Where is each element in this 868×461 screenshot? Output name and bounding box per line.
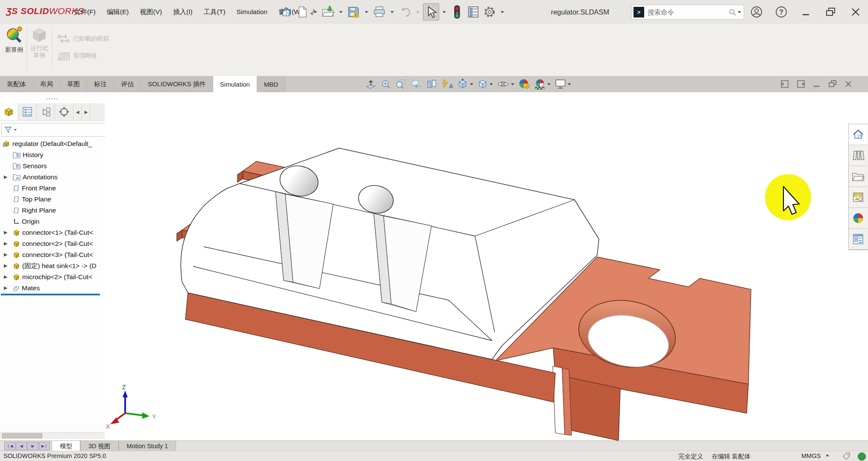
previous-view-icon[interactable] — [410, 79, 422, 90]
zoom-fit-icon[interactable] — [380, 79, 391, 90]
tree-item-origin[interactable]: Origin — [0, 216, 105, 227]
search-magnifier-icon[interactable] — [728, 8, 737, 17]
panel-tab-scroll-left[interactable]: ◀ — [73, 103, 82, 120]
panel-grip[interactable]: ••••• — [0, 92, 105, 104]
search-scope-dropdown[interactable] — [738, 11, 741, 13]
select-tool-button[interactable] — [423, 3, 439, 20]
menu-view[interactable]: 视图(V) — [134, 5, 167, 19]
tree-item-connector2[interactable]: ▶ connector<2> (Tail-Cut< — [0, 238, 105, 249]
hide-show-items-button[interactable] — [497, 79, 514, 90]
help-button[interactable]: ? — [773, 4, 789, 20]
panel-horizontal-scrollbar[interactable] — [0, 432, 105, 439]
print-dropdown[interactable] — [388, 4, 396, 20]
tab-simulation[interactable]: Simulation — [213, 76, 257, 92]
minimize-button[interactable] — [798, 4, 814, 20]
undo-dropdown[interactable] — [413, 4, 422, 20]
nav-last-button[interactable]: ▶❘ — [39, 442, 50, 450]
tree-item-heat-sink[interactable]: ▶ (固定) heat sink<1> -> (D — [0, 260, 105, 271]
menu-edit[interactable]: 编辑(E) — [101, 5, 135, 19]
tab-markup[interactable]: 标注 — [87, 76, 114, 92]
expand-arrow-icon[interactable]: ▶ — [4, 252, 7, 257]
tree-item-history[interactable]: History — [0, 149, 105, 160]
new-document-button[interactable] — [295, 4, 310, 20]
expand-arrow-icon[interactable]: ▶ — [4, 285, 7, 291]
taskpane-design-library-button[interactable] — [849, 145, 868, 166]
section-view-icon[interactable] — [426, 79, 437, 90]
status-indicator-icon[interactable] — [858, 452, 866, 461]
save-dropdown[interactable] — [362, 4, 371, 20]
open-button[interactable] — [320, 4, 336, 20]
taskpane-file-explorer-button[interactable] — [849, 166, 868, 187]
graphics-viewport[interactable]: Z Y X — [105, 92, 868, 441]
units-selector[interactable]: MMGS — [801, 452, 821, 459]
new-study-button[interactable]: 新算例 — [3, 26, 26, 68]
tab-addins[interactable]: SOLIDWORKS 插件 — [141, 76, 213, 92]
new-document-dropdown[interactable] — [311, 4, 320, 20]
view-orientation-dropdown[interactable] — [470, 83, 473, 85]
tab-feature-manager[interactable] — [0, 103, 18, 120]
tree-item-mates[interactable]: ▶ Mates — [0, 283, 105, 294]
select-tool-dropdown[interactable] — [440, 4, 449, 20]
tab-mbd[interactable]: MBD — [257, 76, 285, 92]
tree-item-right-plane[interactable]: Right Plane — [0, 205, 105, 216]
menu-file[interactable]: 文件(F) — [68, 5, 101, 19]
tree-item-top-plane[interactable]: Top Plane — [0, 194, 105, 205]
interference-check-icon[interactable] — [449, 4, 465, 20]
menu-tools[interactable]: 工具(T) — [198, 5, 231, 19]
options-gear-button[interactable] — [482, 4, 497, 20]
expand-arrow-icon[interactable]: ▶ — [4, 230, 7, 235]
restore-button[interactable] — [823, 4, 839, 20]
tab-configuration-manager[interactable] — [37, 103, 55, 120]
zoom-area-icon[interactable] — [395, 79, 406, 90]
panel-tab-scroll-right[interactable]: ▶ — [82, 103, 91, 120]
nav-prev-button[interactable]: ◀ — [16, 442, 27, 450]
doc-close-icon[interactable] — [844, 80, 853, 88]
tree-item-annotations[interactable]: ▶ A Annotations — [0, 172, 105, 183]
taskpane-home-button[interactable] — [849, 124, 868, 145]
tree-item-microchip[interactable]: ▶ microchip<2> (Tail-Cut< — [0, 271, 105, 283]
options-dropdown[interactable] — [498, 4, 507, 20]
save-button[interactable] — [346, 4, 361, 20]
apply-scene-dropdown[interactable] — [547, 83, 551, 85]
account-button[interactable] — [748, 4, 765, 20]
menu-simulation[interactable]: Simulation — [231, 6, 273, 18]
display-style-dropdown[interactable] — [490, 83, 493, 85]
open-dropdown[interactable] — [337, 4, 345, 20]
view-settings-button[interactable] — [554, 79, 571, 90]
tree-item-front-plane[interactable]: Front Plane — [0, 183, 105, 194]
tree-filter[interactable] — [1, 123, 106, 137]
taskpane-view-palette-button[interactable] — [849, 187, 868, 208]
nav-first-button[interactable]: ❘◀ — [4, 442, 15, 450]
expand-arrow-icon[interactable]: ▶ — [4, 263, 7, 268]
expand-arrow-icon[interactable]: ▶ — [4, 241, 7, 246]
tree-item-connector3[interactable]: ▶ connector<3> (Tail-Cut< — [0, 249, 105, 260]
tab-property-manager[interactable] — [18, 103, 37, 120]
close-button[interactable] — [847, 4, 864, 20]
annotation-views-icon[interactable]: A — [441, 79, 453, 90]
filter-dropdown[interactable] — [14, 129, 17, 131]
units-dropdown-icon[interactable] — [826, 454, 829, 456]
tag-icon[interactable] — [842, 452, 851, 461]
tab-evaluate[interactable]: 评估 — [114, 76, 141, 92]
tab-sketch[interactable]: 草图 — [60, 76, 87, 92]
rebuild-options-icon[interactable] — [466, 4, 481, 20]
scrollbar-thumb[interactable] — [2, 433, 42, 438]
nav-next-button[interactable]: ▶ — [27, 442, 38, 450]
expand-arrow-icon[interactable]: ▶ — [4, 274, 7, 280]
collapse-pane-left-icon[interactable] — [780, 79, 789, 89]
expand-arrow-icon[interactable]: ▶ — [4, 174, 7, 180]
collapse-pane-right-icon[interactable] — [796, 79, 806, 89]
tree-item-connector1[interactable]: ▶ connector<1> (Tail-Cut< — [0, 227, 105, 238]
print-button[interactable] — [372, 4, 387, 20]
display-style-button[interactable] — [477, 79, 493, 90]
edit-appearance-button[interactable] — [518, 78, 530, 90]
taskpane-custom-properties-button[interactable] — [849, 229, 868, 250]
apply-scene-button[interactable] — [534, 78, 551, 90]
doc-restore-icon[interactable] — [828, 79, 837, 89]
tab-layout[interactable]: 布局 — [33, 76, 60, 92]
home-button[interactable] — [279, 4, 294, 20]
3d-drawing-view-icon[interactable] — [365, 79, 376, 90]
view-orientation-button[interactable] — [457, 79, 473, 90]
view-settings-dropdown[interactable] — [568, 83, 571, 85]
hide-show-dropdown[interactable] — [511, 83, 514, 85]
